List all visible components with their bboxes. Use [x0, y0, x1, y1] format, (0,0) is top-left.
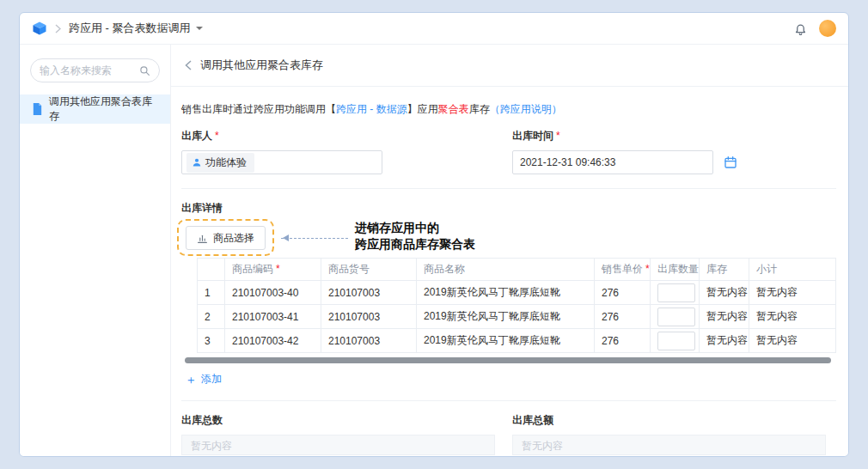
time-input-row — [512, 150, 826, 174]
back-chevron-icon[interactable] — [185, 60, 192, 70]
col-name: 商品名称 — [417, 259, 595, 281]
desc-text: 】应用 — [407, 103, 438, 115]
breadcrumb-label: 跨应用 - 聚合表数据调用 — [69, 21, 191, 36]
issuer-tag[interactable]: 功能体验 — [186, 153, 254, 173]
desc-link-help[interactable]: （跨应用说明） — [490, 103, 562, 115]
desc-link-datasource[interactable]: 跨应用 - 数据源 — [336, 103, 407, 115]
required-asterisk: * — [215, 130, 219, 142]
cell-name: 2019新英伦风马丁靴厚底短靴 — [417, 281, 595, 305]
desc-highlight-aggregate: 聚合表 — [438, 103, 469, 115]
search-icon[interactable] — [139, 65, 150, 76]
issuer-label: 出库人* — [181, 129, 495, 143]
issuer-input[interactable]: 功能体验 — [181, 150, 382, 174]
total-amount-field: 出库总额 暂无内容 — [512, 413, 826, 455]
annotation-text: 进销存应用中的 跨应用商品库存聚合表 — [355, 220, 475, 253]
qty-input[interactable] — [657, 308, 695, 326]
issuer-tag-label: 功能体验 — [205, 155, 247, 170]
user-avatar[interactable] — [819, 20, 836, 37]
cell-stock: 暂无内容 — [700, 281, 749, 305]
annotation-line2: 跨应用商品库存聚合表 — [355, 236, 475, 253]
table-row: 2 210107003-41 210107003 2019新英伦风马丁靴厚底短靴… — [198, 305, 836, 329]
issuer-field: 出库人* 功能体验 — [181, 129, 495, 174]
product-select-button[interactable]: 商品选择 — [186, 226, 266, 250]
annotation-line1: 进销存应用中的 — [355, 220, 475, 236]
cell-code: 210107003-40 — [225, 281, 321, 305]
annotation-arrow — [281, 238, 348, 239]
cell-qty — [651, 305, 700, 329]
table-row: 3 210107003-42 210107003 2019新英伦风马丁靴厚底短靴… — [198, 329, 836, 353]
cell-name: 2019新英伦风马丁靴厚底短靴 — [417, 305, 595, 329]
col-sku: 商品货号 — [321, 259, 417, 281]
cell-code: 210107003-42 — [225, 329, 321, 353]
totals-row: 出库总数 暂无内容 出库总额 暂无内容 — [181, 413, 836, 455]
total-amount-value: 暂无内容 — [512, 435, 826, 455]
topbar-right — [794, 20, 836, 37]
breadcrumb[interactable]: 跨应用 - 聚合表数据调用 — [69, 21, 203, 36]
time-label: 出库时间* — [512, 129, 826, 143]
cell-sku: 210107003 — [321, 329, 417, 353]
time-input[interactable] — [512, 150, 713, 174]
cell-sku: 210107003 — [321, 305, 417, 329]
cell-qty — [651, 329, 700, 353]
add-row-link[interactable]: ＋ 添加 — [185, 372, 222, 387]
sidebar-search — [30, 58, 160, 82]
cell-price: 276 — [595, 281, 651, 305]
total-count-field: 出库总数 暂无内容 — [181, 413, 495, 455]
col-price: 销售单价* — [595, 259, 651, 281]
horizontal-scrollbar[interactable] — [185, 357, 831, 363]
form-row: 出库人* 功能体验 出库时间* — [181, 129, 836, 174]
required-asterisk: * — [645, 263, 650, 275]
cell-price: 276 — [595, 305, 651, 329]
required-asterisk: * — [276, 263, 280, 275]
col-subtotal: 小计 — [749, 259, 836, 281]
col-qty: 出库数量* — [651, 259, 700, 281]
sidebar-item-aggregate-inventory[interactable]: 调用其他应用聚合表库存 — [20, 94, 170, 124]
total-amount-label: 出库总额 — [512, 413, 826, 428]
product-select-wrap: 商品选择 — [186, 226, 266, 250]
calendar-icon[interactable] — [724, 155, 737, 169]
page-title: 调用其他应用聚合表库存 — [200, 58, 323, 73]
cell-stock: 暂无内容 — [700, 305, 749, 329]
form-description: 销售出库时通过跨应用功能调用【跨应用 - 数据源】应用聚合表库存（跨应用说明） — [181, 102, 836, 117]
desc-text: 销售出库时通过跨应用功能调用【 — [181, 103, 336, 115]
page-header: 调用其他应用聚合表库存 — [171, 45, 848, 87]
desc-text: 库存 — [469, 103, 490, 115]
qty-input[interactable] — [657, 283, 695, 302]
required-asterisk: * — [556, 130, 560, 142]
product-select-row: 商品选择 进销存应用中的 跨应用商品库存聚合表 — [181, 226, 836, 253]
app-logo-cube-icon[interactable] — [32, 21, 47, 36]
time-field: 出库时间* — [512, 129, 826, 174]
row-index: 1 — [198, 281, 225, 305]
plus-icon: ＋ — [185, 375, 197, 385]
topbar: 跨应用 - 聚合表数据调用 — [20, 13, 848, 45]
row-index: 3 — [198, 329, 225, 353]
table-row: 1 210107003-40 210107003 2019新英伦风马丁靴厚底短靴… — [198, 281, 836, 305]
product-table: 商品编码* 商品货号 商品名称 销售单价* 出库数量* 库存 小计 1 2101… — [197, 258, 836, 353]
person-icon — [192, 157, 202, 168]
table-header-row: 商品编码* 商品货号 商品名称 销售单价* 出库数量* 库存 小计 — [198, 259, 836, 281]
detail-section-label: 出库详情 — [181, 201, 836, 216]
document-icon — [32, 103, 43, 115]
col-code: 商品编码* — [225, 259, 321, 281]
main-panel: 调用其他应用聚合表库存 销售出库时通过跨应用功能调用【跨应用 - 数据源】应用聚… — [171, 45, 848, 456]
total-count-value: 暂无内容 — [181, 435, 495, 455]
col-stock: 库存 — [700, 259, 749, 281]
sidebar: 调用其他应用聚合表库存 — [20, 45, 171, 456]
cell-subtotal: 暂无内容 — [749, 281, 836, 305]
app-window: 跨应用 - 聚合表数据调用 — [19, 12, 849, 457]
section-divider — [181, 400, 836, 401]
col-index — [198, 259, 225, 281]
cell-price: 276 — [595, 329, 651, 353]
cell-stock: 暂无内容 — [700, 329, 749, 353]
notification-bell-icon[interactable] — [794, 22, 807, 35]
chevron-down-icon — [196, 27, 203, 34]
section-divider — [181, 188, 836, 189]
page-content: 销售出库时通过跨应用功能调用【跨应用 - 数据源】应用聚合表库存（跨应用说明） … — [171, 87, 848, 456]
cell-subtotal: 暂无内容 — [749, 329, 836, 353]
total-count-label: 出库总数 — [181, 413, 495, 428]
cell-qty — [651, 281, 700, 305]
cell-sku: 210107003 — [321, 281, 417, 305]
cell-code: 210107003-41 — [225, 305, 321, 329]
search-input[interactable] — [40, 64, 139, 76]
qty-input[interactable] — [657, 332, 695, 350]
